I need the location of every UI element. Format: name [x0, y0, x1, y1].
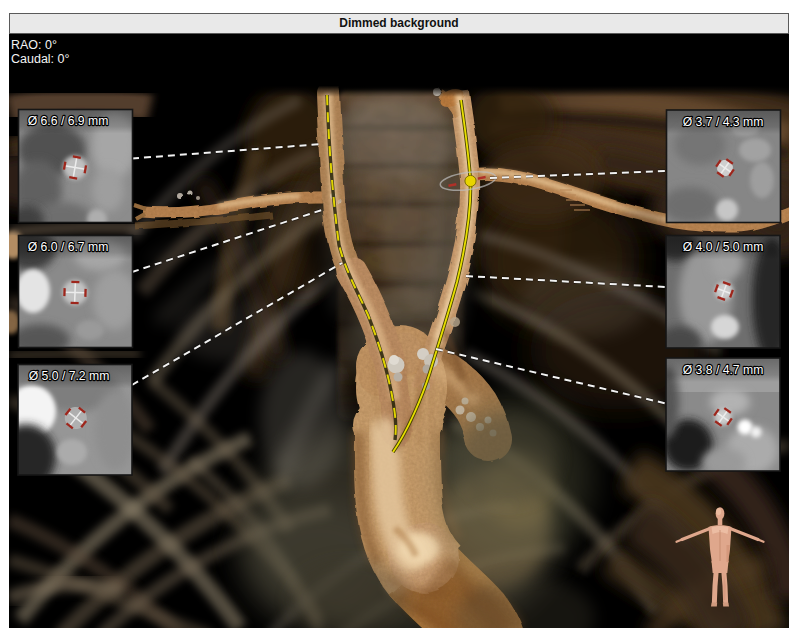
svg-text:Caudal: 0°: Caudal: 0°: [11, 52, 70, 66]
svg-text:Ø 6.6 / 6.9 mm: Ø 6.6 / 6.9 mm: [28, 114, 109, 128]
svg-text:Ø 6.0 / 6.7 mm: Ø 6.0 / 6.7 mm: [28, 240, 109, 254]
svg-text:Ø 4.0 / 5.0 mm: Ø 4.0 / 5.0 mm: [683, 240, 764, 254]
svg-text:Ø 3.8 / 4.7 mm: Ø 3.8 / 4.7 mm: [683, 363, 764, 377]
svg-text:RAO: 0°: RAO: 0°: [11, 38, 57, 52]
svg-text:Ø 5.0 / 7.2 mm: Ø 5.0 / 7.2 mm: [29, 369, 110, 383]
svg-text:Ø 3.7 / 4.3 mm: Ø 3.7 / 4.3 mm: [683, 115, 764, 129]
